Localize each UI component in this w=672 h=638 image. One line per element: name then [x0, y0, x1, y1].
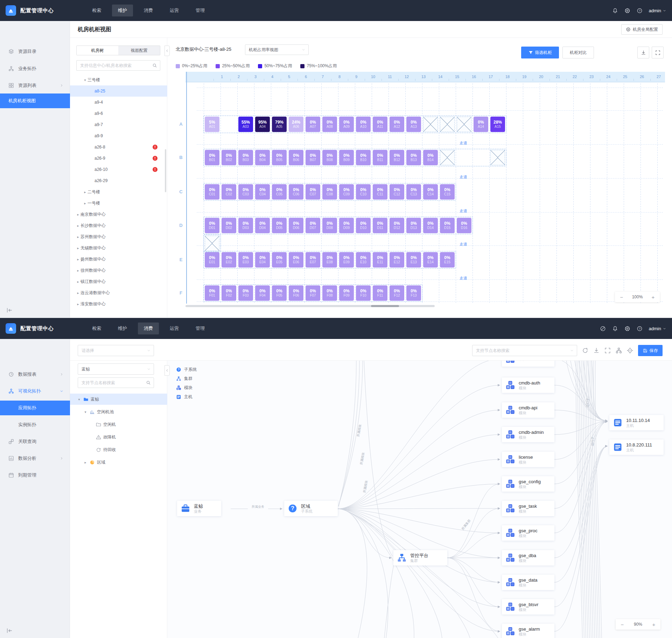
blocked-slot[interactable] [490, 150, 505, 165]
cabinet-D04[interactable]: 0%D04 [255, 218, 270, 233]
cabinet-F01[interactable]: 0%F01 [205, 285, 219, 301]
sidebar-item-资源列表[interactable]: 资源列表 [0, 78, 70, 93]
root-select[interactable]: 蓝鲸 [78, 363, 154, 375]
cabinet-D12[interactable]: 0%D12 [390, 218, 404, 233]
nav-tab-运营[interactable]: 运营 [164, 5, 185, 16]
cabinet-A07[interactable]: 0%A07 [306, 117, 320, 132]
tree-item-苏州数据中心[interactable]: ▸苏州数据中心 [70, 231, 167, 242]
fullscreen-button[interactable] [652, 47, 664, 58]
cabinet-C14[interactable]: 0%C14 [423, 184, 438, 200]
node-search-input[interactable] [78, 378, 154, 388]
zoom-out-button[interactable]: − [619, 294, 624, 300]
node-module-gse_dba[interactable]: gse_dba模块 [502, 550, 554, 566]
cabinet-D03[interactable]: 0%D03 [238, 218, 253, 233]
zoom-in-button[interactable]: + [651, 622, 656, 627]
cabinet-B10[interactable]: 0%B10 [356, 150, 371, 165]
nav-tab-管理[interactable]: 管理 [190, 323, 211, 334]
sidebar-item-业务拓扑[interactable]: 业务拓扑 [0, 61, 70, 76]
cabinet-B08[interactable]: 0%B08 [322, 150, 337, 165]
cabinet-B13[interactable]: 0%B13 [406, 150, 421, 165]
layout-flow-icon[interactable] [616, 347, 622, 354]
cabinet-C13[interactable]: 0%C13 [406, 184, 421, 200]
node-module-clipped[interactable]: 模块 [502, 361, 554, 367]
cabinet-F09[interactable]: 0%F09 [339, 285, 354, 301]
sidebar-item-到期管理[interactable]: 到期管理 [0, 468, 70, 483]
cabinet-E05[interactable]: 0%E05 [272, 252, 287, 268]
aisle-link[interactable]: 走道 [460, 242, 467, 247]
sidebar-item-数据分析[interactable]: 数据分析 [0, 451, 70, 466]
admin-menu[interactable]: admin [649, 8, 666, 13]
sidebar-item-数据报表[interactable]: 数据报表 [0, 367, 70, 382]
zoom-in-button[interactable]: + [651, 294, 656, 300]
cabinet-F04[interactable]: 0%F04 [255, 285, 270, 301]
cabinet-B05[interactable]: 0%B05 [272, 150, 287, 165]
bell-icon[interactable] [612, 8, 618, 14]
tree-item-镇江数据中心[interactable]: ▸镇江数据中心 [70, 276, 167, 287]
nav-tab-维护[interactable]: 维护 [112, 323, 133, 334]
sidebar-collapse-icon[interactable] [6, 627, 13, 634]
nav-tab-检索[interactable]: 检索 [86, 323, 107, 334]
cabinet-C15[interactable]: 0%C15 [440, 184, 455, 200]
node-module-gse_btsvr[interactable]: gse_btsvr模块 [502, 599, 554, 615]
rack-floor-canvas[interactable]: 1234567891011121314151617181920212223242… [176, 72, 665, 308]
tree-item-淮安数据中心[interactable]: ▸淮安数据中心 [70, 298, 167, 310]
nav-tab-运营[interactable]: 运营 [164, 323, 185, 334]
room-global-config-button[interactable]: 机房全局配置 [621, 24, 663, 35]
tree-item-a26-29[interactable]: a26-29 [70, 175, 167, 186]
cabinet-E06[interactable]: 0%E06 [289, 252, 303, 268]
locate-icon[interactable] [627, 347, 633, 354]
sidebar-item-机房机柜视图[interactable]: 机房机柜视图 [0, 93, 70, 108]
cabinet-F11[interactable]: 0%F11 [373, 285, 387, 301]
gear-icon[interactable] [624, 326, 630, 332]
cabinet-F13[interactable]: 0%F13 [406, 285, 421, 301]
cabinet-D05[interactable]: 0%D05 [272, 218, 287, 233]
cabinet-F02[interactable]: 0%F02 [222, 285, 236, 301]
cabinet-B09[interactable]: 0%B09 [339, 150, 354, 165]
business-select[interactable]: 请选择 [78, 345, 154, 356]
cabinet-C11[interactable]: 0%C11 [373, 184, 387, 200]
gear-icon[interactable] [624, 8, 630, 14]
tree-item-二号楼[interactable]: ▸二号楼 [70, 186, 167, 197]
cabinet-E02[interactable]: 0%E02 [222, 252, 236, 268]
bell-icon[interactable] [612, 326, 618, 332]
cabinet-D16[interactable]: 0%D16 [457, 218, 471, 233]
cabinet-B01[interactable]: 0%B01 [205, 150, 219, 165]
sidebar-item-关联查询[interactable]: 关联查询 [0, 434, 70, 449]
globe-icon[interactable] [600, 326, 606, 332]
cabinet-E07[interactable]: 0%E07 [306, 252, 320, 268]
nav-tab-检索[interactable]: 检索 [86, 5, 107, 16]
cabinet-D01[interactable]: 0%D01 [205, 218, 219, 233]
cabinet-B06[interactable]: 0%B06 [289, 150, 303, 165]
cabinet-C04[interactable]: 0%C04 [255, 184, 270, 200]
node-module-cmdb-admin[interactable]: cmdb-admin模块 [502, 427, 554, 442]
help-icon[interactable]: ? [637, 326, 643, 332]
cabinet-C10[interactable]: 0%C10 [356, 184, 371, 200]
cabinet-B04[interactable]: 0%B04 [255, 150, 270, 165]
collapse-panel-handle[interactable] [164, 46, 170, 56]
tree-item-a26-9[interactable]: a26-9! [70, 153, 167, 164]
cabinet-D11[interactable]: 0%D11 [373, 218, 387, 233]
tree-item-a26-8[interactable]: a26-8! [70, 141, 167, 153]
view-type-select[interactable]: 机柜占用率视图 [245, 44, 309, 55]
cabinet-F10[interactable]: 0%F10 [356, 285, 371, 301]
tree-scrollbar[interactable] [165, 149, 166, 192]
cabinet-D10[interactable]: 0%D10 [356, 218, 371, 233]
cabinet-A12[interactable]: 0%A12 [390, 117, 404, 132]
cabinet-A09[interactable]: 0%A09 [339, 117, 354, 132]
admin-menu[interactable]: admin [649, 326, 666, 331]
cabinet-B12[interactable]: 0%B12 [390, 150, 404, 165]
cabinet-B02[interactable]: 0%B02 [222, 150, 236, 165]
tree-item-长沙数据中心[interactable]: ▸长沙数据中心 [70, 220, 167, 231]
cabinet-E01[interactable]: 0%E01 [205, 252, 219, 268]
tree-item-三号楼[interactable]: ▾三号楼 [70, 74, 167, 85]
nav-tab-消费[interactable]: 消费 [138, 5, 159, 16]
cabinet-C01[interactable]: 0%C01 [205, 184, 219, 200]
node-module-gse_data[interactable]: gse_data模块 [502, 575, 554, 590]
cabinet-F08[interactable]: 0%F08 [322, 285, 337, 301]
nav-tab-维护[interactable]: 维护 [112, 5, 133, 16]
cabinet-A06[interactable]: 24%A06 [289, 117, 303, 132]
cabinet-D15[interactable]: 0%D15 [440, 218, 455, 233]
tree-item-连云港数据中心[interactable]: ▸连云港数据中心 [70, 287, 167, 298]
cabinet-A15[interactable]: 28%A15 [490, 117, 505, 132]
cabinet-B07[interactable]: 0%B07 [306, 150, 320, 165]
